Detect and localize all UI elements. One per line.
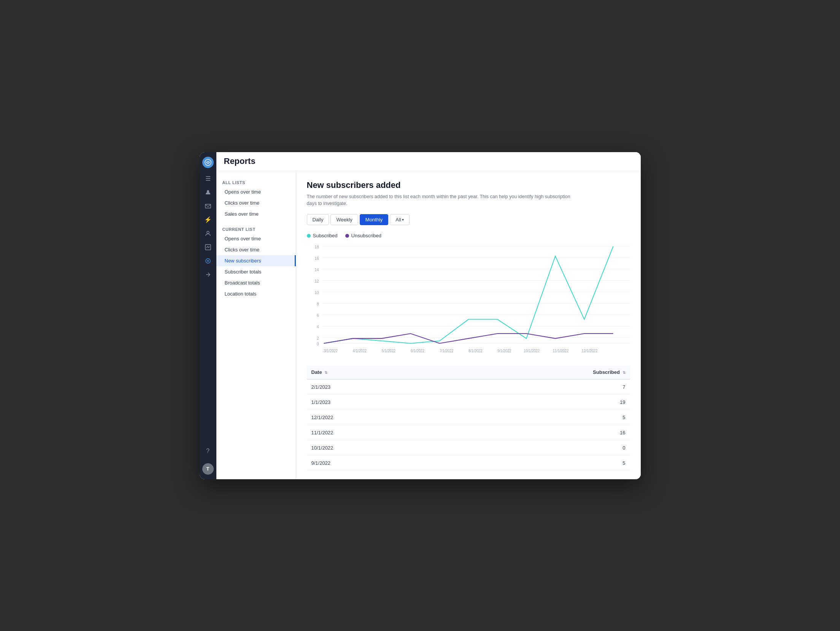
cell-subscribed: 5	[445, 410, 630, 425]
chevron-down-icon: ▾	[402, 218, 404, 222]
sidebar-item-cur-clicks-time[interactable]: Clicks over time	[216, 244, 296, 255]
cell-date: 11/1/2022	[307, 425, 445, 440]
svg-text:9/1/2022: 9/1/2022	[497, 349, 511, 353]
tab-group: Daily Weekly Monthly All ▾	[307, 214, 630, 225]
nav-icon-mail[interactable]	[202, 200, 214, 212]
chart-svg: 0 2 4 6 8 10 12 14 16 18 3/1/2022 4/1/20…	[307, 242, 630, 356]
svg-text:4: 4	[317, 325, 319, 329]
cell-subscribed: 5	[445, 456, 630, 471]
sidebar: ALL LISTS Opens over time Clicks over ti…	[216, 171, 296, 479]
tab-daily[interactable]: Daily	[307, 214, 329, 225]
nav-icon-contacts[interactable]	[202, 186, 214, 199]
legend-subscribed: Subscribed	[307, 233, 338, 238]
cell-subscribed: 19	[445, 395, 630, 410]
svg-text:0: 0	[317, 342, 319, 346]
cell-date: 12/1/2022	[307, 410, 445, 425]
nav-icon-list[interactable]: ☰	[202, 173, 214, 185]
sidebar-item-clicks-time[interactable]: Clicks over time	[216, 197, 296, 208]
user-avatar-button[interactable]: T	[202, 463, 214, 475]
app-logo[interactable]	[202, 157, 214, 168]
svg-point-0	[205, 159, 211, 165]
sidebar-item-cur-opens-time[interactable]: Opens over time	[216, 233, 296, 244]
svg-text:5/1/2022: 5/1/2022	[381, 349, 395, 353]
cell-subscribed: 7	[445, 379, 630, 395]
sidebar-item-sales-time[interactable]: Sales over time	[216, 208, 296, 219]
table-row: 1/1/2023 19	[307, 395, 630, 410]
svg-text:8: 8	[317, 302, 319, 306]
svg-text:11/1/2022: 11/1/2022	[553, 349, 568, 353]
table-row: 11/1/2022 16	[307, 425, 630, 440]
chart-container: 0 2 4 6 8 10 12 14 16 18 3/1/2022 4/1/20…	[307, 242, 630, 356]
sidebar-item-cur-location-totals[interactable]: Location totals	[216, 288, 296, 299]
svg-text:7/1/2022: 7/1/2022	[439, 349, 453, 353]
nav-icon-help[interactable]: ?	[202, 445, 214, 457]
cell-subscribed: 16	[445, 425, 630, 440]
report-title: New subscribers added	[307, 180, 630, 190]
report-content: New subscribers added The number of new …	[296, 171, 641, 479]
svg-text:2: 2	[317, 336, 319, 340]
current-list-label: CURRENT LIST	[216, 224, 296, 233]
legend-dot-unsubscribed	[345, 234, 349, 238]
sidebar-item-cur-broadcast-totals[interactable]: Broadcast totals	[216, 277, 296, 288]
subscribers-table: Date ⇅ Subscribed ⇅ 2/1/2023 7 1/1/2023 …	[307, 366, 630, 471]
legend-dot-subscribed	[307, 234, 311, 238]
nav-icon-reports[interactable]	[202, 241, 214, 253]
svg-point-3	[207, 231, 209, 234]
svg-text:14: 14	[314, 268, 319, 272]
col-date[interactable]: Date ⇅	[307, 366, 445, 379]
tab-weekly[interactable]: Weekly	[330, 214, 358, 225]
svg-text:10: 10	[314, 291, 319, 295]
cell-subscribed: 0	[445, 440, 630, 456]
nav-icon-forms[interactable]	[202, 227, 214, 240]
svg-text:6: 6	[317, 313, 319, 318]
sort-date-icon: ⇅	[324, 370, 327, 375]
nav-icon-integrations[interactable]	[202, 269, 214, 281]
sidebar-item-cur-new-subscribers[interactable]: New subscribers	[216, 255, 296, 266]
svg-rect-4	[205, 245, 211, 250]
tab-monthly[interactable]: Monthly	[360, 214, 389, 225]
table-row: 10/1/2022 0	[307, 440, 630, 456]
all-lists-label: ALL LISTS	[216, 177, 296, 186]
svg-rect-2	[205, 204, 211, 208]
chart-legend: Subscribed Unsubscribed	[307, 233, 630, 238]
main-area: Reports ALL LISTS Opens over time Clicks…	[216, 152, 641, 479]
cell-date: 9/1/2022	[307, 456, 445, 471]
svg-text:10/1/2022: 10/1/2022	[524, 349, 540, 353]
col-subscribed[interactable]: Subscribed ⇅	[445, 366, 630, 379]
table-row: 9/1/2022 5	[307, 456, 630, 471]
top-bar: Reports	[216, 152, 641, 171]
cell-date: 2/1/2023	[307, 379, 445, 395]
tab-all[interactable]: All ▾	[390, 214, 409, 225]
nav-icon-automation[interactable]: ⚡	[202, 214, 214, 226]
legend-unsubscribed: Unsubscribed	[345, 233, 382, 238]
svg-text:8/1/2022: 8/1/2022	[468, 349, 483, 353]
sidebar-item-opens-time[interactable]: Opens over time	[216, 186, 296, 197]
svg-text:12: 12	[314, 279, 319, 283]
cell-date: 10/1/2022	[307, 440, 445, 456]
page-title: Reports	[224, 156, 256, 166]
svg-text:18: 18	[314, 245, 319, 249]
icon-rail: ☰ ⚡	[200, 152, 216, 479]
cell-date: 1/1/2023	[307, 395, 445, 410]
table-row: 2/1/2023 7	[307, 379, 630, 395]
report-description: The number of new subscribers added to t…	[307, 193, 581, 208]
table-row: 12/1/2022 5	[307, 410, 630, 425]
sidebar-item-cur-subscriber-totals[interactable]: Subscriber totals	[216, 266, 296, 277]
content-area: ALL LISTS Opens over time Clicks over ti…	[216, 171, 641, 479]
svg-text:6/1/2022: 6/1/2022	[410, 349, 424, 353]
nav-icon-reports-active[interactable]	[202, 255, 214, 267]
svg-text:3/1/2022: 3/1/2022	[324, 349, 338, 353]
svg-text:12/1/2022: 12/1/2022	[581, 349, 597, 353]
svg-text:4/1/2022: 4/1/2022	[353, 349, 367, 353]
sort-subscribed-icon: ⇅	[622, 370, 626, 375]
svg-text:16: 16	[314, 256, 319, 261]
